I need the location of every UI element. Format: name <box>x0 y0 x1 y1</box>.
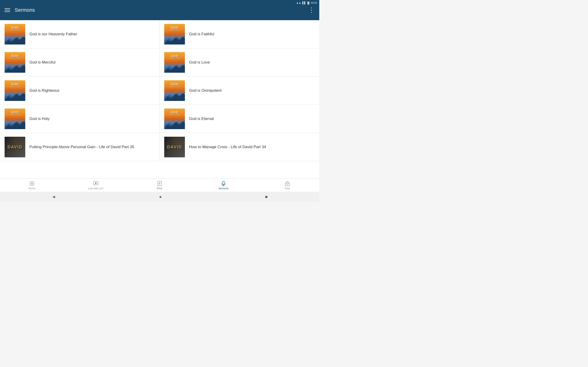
sermon-item[interactable]: GOD WHO IS HE? God is our Heavenly Fathe… <box>0 20 160 48</box>
nav-item-sermons[interactable]: Sermons <box>191 181 255 190</box>
nav-label-give: Give <box>285 187 290 190</box>
nav-label-live: Live with Lon! <box>88 187 103 190</box>
page-title: Sermons <box>15 7 35 13</box>
bible-icon <box>157 181 162 186</box>
sermons-icon <box>221 181 226 186</box>
sermon-grid: GOD WHO IS HE? God is our Heavenly Fathe… <box>0 20 319 161</box>
svg-marker-19 <box>95 183 97 184</box>
menu-button[interactable] <box>5 8 10 12</box>
time: 10:26 <box>311 1 317 4</box>
mountain-svg <box>5 61 25 73</box>
svg-marker-5 <box>5 65 25 73</box>
sermon-item[interactable]: GOD WHO IS HE? God is Holy <box>0 105 160 133</box>
sermon-title: Putting Principle Above Personal Gain - … <box>29 144 134 150</box>
nav-label-bible: Bible <box>157 187 162 190</box>
battery-icon: ▓ <box>307 1 309 4</box>
nav-item-give[interactable]: Give <box>255 181 319 190</box>
sermon-thumbnail: DAVID <box>5 137 25 157</box>
wifi-icon: ▲▲ <box>296 1 301 4</box>
svg-point-17 <box>31 183 33 184</box>
bottom-nav: Home Live with Lon! Bible Sermons <box>0 178 319 192</box>
status-bar: ▲▲ ▌▌ ▓ 10:26 <box>283 0 319 6</box>
svg-marker-9 <box>5 93 25 101</box>
sermon-item[interactable]: DAVID Putting Principle Above Personal G… <box>0 133 160 161</box>
svg-marker-1 <box>5 36 25 44</box>
svg-marker-13 <box>5 121 25 129</box>
app-bar: Sermons ⋮ <box>0 0 319 20</box>
sermon-title: God is Eternal <box>189 116 214 122</box>
svg-marker-11 <box>164 93 185 101</box>
mountain-svg <box>5 118 25 129</box>
sermon-thumbnail: GOD WHO IS HE? <box>5 52 25 73</box>
mountain-svg <box>164 118 185 129</box>
sermon-title: How to Manage Crisis - Life of David Par… <box>189 144 266 150</box>
david-label: DAVID <box>167 145 182 150</box>
sermon-title: God is Faithful <box>189 31 214 37</box>
david-label: DAVID <box>8 145 23 150</box>
sermon-thumbnail: GOD WHO IS HE? <box>164 24 185 44</box>
svg-marker-15 <box>164 121 185 129</box>
sermon-item[interactable]: GOD WHO IS HE? God is Eternal <box>160 105 319 133</box>
mountain-svg <box>5 90 25 101</box>
sermon-title: God is Omnipotent <box>189 88 222 93</box>
sermon-thumbnail: GOD WHO IS HE? <box>164 52 185 73</box>
mountain-svg <box>164 33 185 45</box>
signal-icon: ▌▌ <box>303 1 306 4</box>
sermon-item[interactable]: GOD WHO IS HE? God is Love <box>160 48 319 77</box>
nav-item-bible[interactable]: Bible <box>128 181 191 190</box>
sermon-thumbnail: GOD WHO IS HE? <box>5 108 25 129</box>
svg-point-16 <box>30 181 34 186</box>
sermon-thumbnail: GOD WHO IS HE? <box>164 80 185 101</box>
sermon-thumbnail: GOD WHO IS HE? <box>5 24 25 44</box>
back-button[interactable]: ◄ <box>52 194 56 199</box>
sermon-title: God is Love <box>189 60 210 65</box>
mountain-svg <box>5 33 25 45</box>
give-icon <box>285 181 290 186</box>
home-icon <box>29 181 35 186</box>
sermon-title: God is Righteous <box>29 88 59 93</box>
sermon-item[interactable]: GOD WHO IS HE? God is Omnipotent <box>160 77 319 105</box>
svg-marker-7 <box>164 65 185 73</box>
sermon-thumbnail: GOD WHO IS HE? <box>5 80 25 101</box>
sermon-title: God is our Heavenly Father <box>29 31 77 37</box>
app-bar-left: Sermons <box>5 7 35 13</box>
sermon-thumbnail: GOD WHO IS HE? <box>164 108 185 129</box>
sermon-thumbnail: DAVID <box>164 137 185 157</box>
android-nav: ◄ ● ■ <box>0 192 319 202</box>
recents-button[interactable]: ■ <box>265 194 268 199</box>
live-icon <box>93 181 99 186</box>
mountain-svg <box>164 61 185 73</box>
sermon-item[interactable]: GOD WHO IS HE? God is Merciful <box>0 48 160 77</box>
nav-label-home: Home <box>28 187 35 190</box>
home-button[interactable]: ● <box>159 194 162 199</box>
nav-item-live[interactable]: Live with Lon! <box>64 181 128 190</box>
svg-marker-3 <box>164 36 185 44</box>
nav-item-home[interactable]: Home <box>0 181 64 190</box>
sermon-list: GOD WHO IS HE? God is our Heavenly Fathe… <box>0 20 319 178</box>
sermon-title: God is Holy <box>29 116 50 122</box>
mountain-svg <box>164 90 185 101</box>
more-options-button[interactable]: ⋮ <box>308 7 315 13</box>
sermon-item[interactable]: GOD WHO IS HE? God is Righteous <box>0 77 160 105</box>
nav-label-sermons: Sermons <box>218 187 229 190</box>
sermon-item[interactable]: GOD WHO IS HE? God is Faithful <box>160 20 319 48</box>
sermon-item[interactable]: DAVID How to Manage Crisis - Life of Dav… <box>160 133 319 161</box>
sermon-title: God is Merciful <box>29 60 55 65</box>
